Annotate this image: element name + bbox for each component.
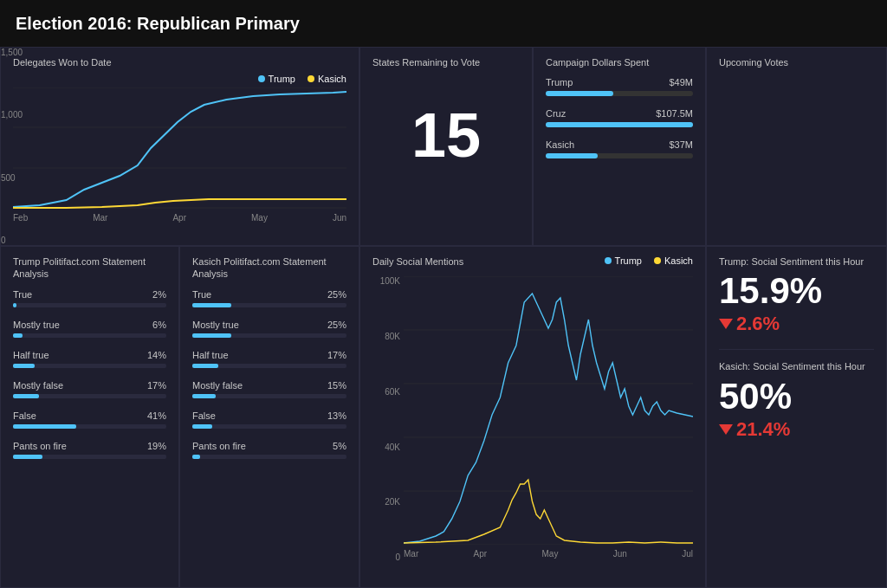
kasich-sentiment-change: 21.4% bbox=[719, 418, 874, 441]
kasich-politifact-title: Kasich Politifact.com Statement Analysis bbox=[192, 255, 346, 281]
kasich-politifact-panel: Kasich Politifact.com Statement Analysis… bbox=[179, 246, 359, 588]
states-title: States Remaining to Vote bbox=[372, 56, 520, 68]
social-legend: Trump Kasich bbox=[605, 255, 693, 266]
kasich-sentiment-value: 50% bbox=[719, 378, 874, 415]
campaign-row-kasich: Kasich $37M bbox=[546, 139, 693, 158]
delegates-chart-svg bbox=[13, 87, 346, 209]
delegates-panel: Delegates Won to Date Trump Kasich 1,500… bbox=[0, 47, 359, 246]
kasich-pf-row-half-true: Half true 17% bbox=[192, 350, 346, 368]
social-chart-container: 100K 80K 60K 40K 20K 0 bbox=[372, 276, 693, 562]
trump-sentiment-section: Trump: Social Sentiment this Hour 15.9% … bbox=[719, 255, 874, 335]
social-kasich-legend: Kasich bbox=[654, 255, 693, 266]
kasich-dot bbox=[308, 75, 314, 82]
page-title: Election 2016: Republican Primary bbox=[16, 14, 300, 34]
social-chart: Mar Apr May Jun Jul bbox=[404, 276, 693, 562]
page-header: Election 2016: Republican Primary bbox=[0, 0, 887, 47]
trump-sentiment-change: 2.6% bbox=[719, 313, 874, 335]
pf-row-true: True 2% bbox=[13, 289, 166, 307]
delegates-title: Delegates Won to Date bbox=[13, 56, 346, 68]
social-mentions-panel: Daily Social Mentions Trump Kasich 100K … bbox=[359, 246, 706, 588]
trump-politifact-title: Trump Politifact.com Statement Analysis bbox=[13, 255, 166, 281]
trump-politifact-panel: Trump Politifact.com Statement Analysis … bbox=[0, 246, 179, 588]
upcoming-panel: Upcoming Votes bbox=[706, 47, 887, 246]
trump-sentiment-title: Trump: Social Sentiment this Hour bbox=[719, 255, 874, 268]
trump-legend-item: Trump bbox=[258, 74, 295, 84]
social-trump-legend: Trump bbox=[605, 255, 642, 266]
sentiment-panel: Trump: Social Sentiment this Hour 15.9% … bbox=[706, 246, 887, 588]
kasich-legend-item: Kasich bbox=[308, 74, 346, 84]
delegates-chart: Feb Mar Apr May Jun bbox=[13, 87, 346, 224]
trump-politifact-rows: True 2% Mostly true 6% Half true 14% bbox=[13, 289, 166, 459]
states-panel: States Remaining to Vote 15 bbox=[359, 47, 533, 246]
social-x-axis: Mar Apr May Jun Jul bbox=[404, 549, 693, 559]
trump-sentiment-value: 15.9% bbox=[719, 273, 874, 309]
social-chart-svg bbox=[404, 276, 693, 545]
delegates-x-axis: Feb Mar Apr May Jun bbox=[13, 213, 346, 223]
sentiment-divider bbox=[719, 349, 874, 350]
trump-change-value: 2.6% bbox=[736, 313, 780, 335]
states-value: 15 bbox=[372, 100, 520, 171]
pf-row-mostly-true: Mostly true 6% bbox=[13, 320, 166, 338]
pf-row-half-true: Half true 14% bbox=[13, 350, 166, 368]
campaign-bars: Trump $49M Cruz $107.5M Kasich $37M bbox=[546, 77, 693, 158]
pf-row-mostly-false: Mostly false 17% bbox=[13, 380, 166, 398]
campaign-row-cruz: Cruz $107.5M bbox=[546, 108, 693, 127]
campaign-row-trump: Trump $49M bbox=[546, 77, 693, 96]
trump-down-icon bbox=[719, 319, 733, 329]
kasich-pf-row-false: False 13% bbox=[192, 410, 346, 429]
campaign-title: Campaign Dollars Spent bbox=[546, 56, 693, 68]
kasich-sentiment-title: Kasich: Social Sentiment this Hour bbox=[719, 360, 874, 372]
social-mentions-title: Daily Social Mentions bbox=[372, 255, 463, 268]
trump-dot bbox=[258, 75, 265, 82]
kasich-pf-row-pants-on-fire: Pants on fire 5% bbox=[192, 441, 346, 459]
kasich-down-icon bbox=[719, 424, 733, 435]
kasich-politifact-rows: True 25% Mostly true 25% Half true 17% bbox=[192, 289, 346, 459]
campaign-panel: Campaign Dollars Spent Trump $49M Cruz $… bbox=[533, 47, 706, 246]
kasich-pf-row-mostly-true: Mostly true 25% bbox=[192, 320, 346, 338]
kasich-change-value: 21.4% bbox=[736, 418, 790, 441]
kasich-sentiment-section: Kasich: Social Sentiment this Hour 50% 2… bbox=[719, 360, 874, 440]
pf-row-false: False 41% bbox=[13, 410, 166, 429]
kasich-pf-row-true: True 25% bbox=[192, 289, 346, 307]
upcoming-title: Upcoming Votes bbox=[719, 56, 874, 68]
kasich-pf-row-mostly-false: Mostly false 15% bbox=[192, 380, 346, 398]
social-y-axis: 100K 80K 60K 40K 20K 0 bbox=[372, 276, 404, 562]
delegates-legend: Trump Kasich bbox=[258, 74, 346, 84]
pf-row-pants-on-fire: Pants on fire 19% bbox=[13, 441, 166, 459]
